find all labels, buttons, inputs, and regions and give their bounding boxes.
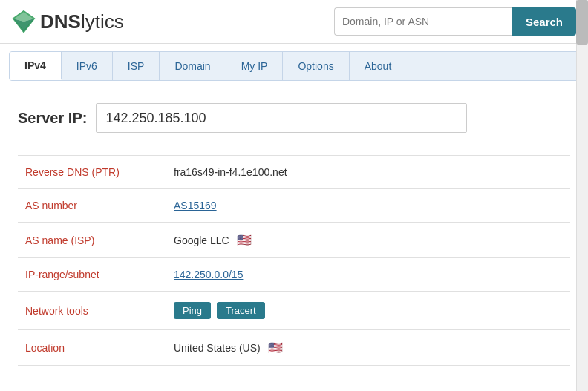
server-ip-input[interactable] bbox=[96, 103, 467, 133]
table-row: Location United States (US) 🇺🇸 bbox=[18, 330, 570, 366]
us-flag-icon: 🇺🇸 bbox=[237, 233, 252, 247]
table-row: Reverse DNS (PTR) fra16s49-in-f4.1e100.n… bbox=[18, 156, 570, 189]
table-row: Network tools Ping Tracert bbox=[18, 292, 570, 330]
tab-domain[interactable]: Domain bbox=[160, 52, 226, 80]
search-button[interactable]: Search bbox=[512, 7, 576, 36]
tabs-container: IPv4 IPv6 ISP Domain My IP Options About bbox=[9, 51, 579, 81]
row-value-as-name: Google LLC 🇺🇸 bbox=[166, 223, 570, 258]
server-ip-row: Server IP: bbox=[18, 103, 570, 133]
ip-range-link[interactable]: 142.250.0.0/15 bbox=[174, 269, 243, 280]
search-input[interactable] bbox=[334, 7, 512, 36]
row-label-location: Location bbox=[18, 330, 166, 366]
logo-dns: DNS bbox=[40, 10, 81, 33]
info-table: Reverse DNS (PTR) fra16s49-in-f4.1e100.n… bbox=[18, 155, 570, 366]
search-area: Search bbox=[334, 7, 576, 36]
table-row: AS name (ISP) Google LLC 🇺🇸 bbox=[18, 223, 570, 258]
logo-icon bbox=[12, 10, 36, 33]
tab-isp[interactable]: ISP bbox=[113, 52, 160, 80]
table-row: AS number AS15169 bbox=[18, 189, 570, 223]
tab-options[interactable]: Options bbox=[283, 52, 349, 80]
logo-area: DNSlytics bbox=[12, 10, 124, 33]
row-label-as-name: AS name (ISP) bbox=[18, 223, 166, 258]
tracert-button[interactable]: Tracert bbox=[217, 302, 265, 319]
row-value-reverse-dns: fra16s49-in-f4.1e100.net bbox=[166, 156, 570, 189]
scrollbar-thumb[interactable] bbox=[576, 0, 588, 45]
scrollbar-track bbox=[576, 0, 588, 381]
tab-ipv4[interactable]: IPv4 bbox=[10, 52, 62, 80]
row-label-as-number: AS number bbox=[18, 189, 166, 223]
logo-lytics: lytics bbox=[81, 10, 124, 33]
logo-text: DNSlytics bbox=[40, 10, 124, 33]
row-label-network-tools: Network tools bbox=[18, 292, 166, 330]
as-number-link[interactable]: AS15169 bbox=[174, 200, 217, 211]
header: DNSlytics Search bbox=[0, 0, 588, 44]
table-row: IP-range/subnet 142.250.0.0/15 bbox=[18, 258, 570, 292]
row-value-location: United States (US) 🇺🇸 bbox=[166, 330, 570, 366]
main-content: Server IP: Reverse DNS (PTR) fra16s49-in… bbox=[0, 88, 588, 381]
row-label-reverse-dns: Reverse DNS (PTR) bbox=[18, 156, 166, 189]
row-label-ip-range: IP-range/subnet bbox=[18, 258, 166, 292]
tab-ipv6[interactable]: IPv6 bbox=[62, 52, 113, 80]
row-value-ip-range: 142.250.0.0/15 bbox=[166, 258, 570, 292]
ping-button[interactable]: Ping bbox=[174, 302, 211, 319]
us-flag-icon-2: 🇺🇸 bbox=[268, 341, 283, 355]
tab-myip[interactable]: My IP bbox=[226, 52, 284, 80]
row-value-network-tools: Ping Tracert bbox=[166, 292, 570, 330]
server-ip-label: Server IP: bbox=[18, 110, 87, 127]
tab-about[interactable]: About bbox=[350, 52, 407, 80]
row-value-as-number: AS15169 bbox=[166, 189, 570, 223]
